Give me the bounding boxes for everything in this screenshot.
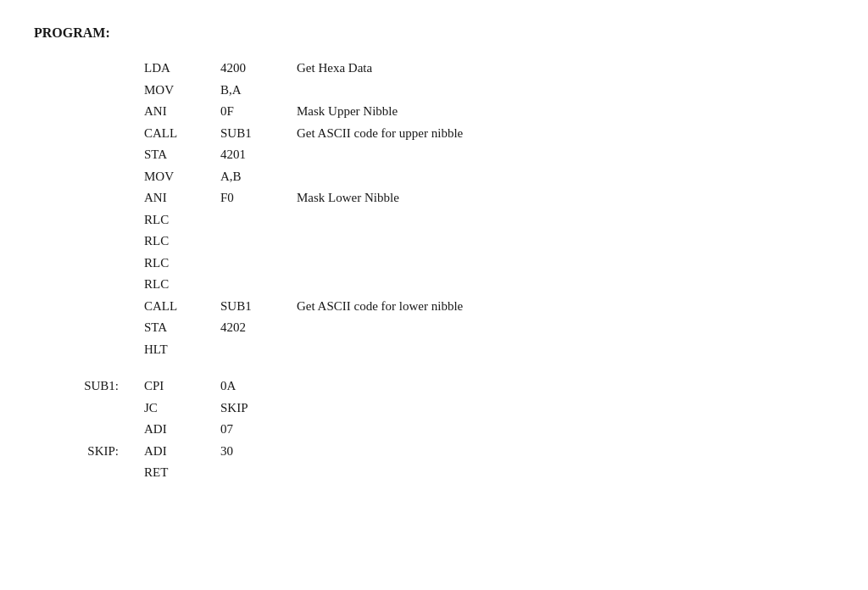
label-col: SKIP: xyxy=(34,441,136,463)
code-row: SKIP:ADI30 xyxy=(34,441,834,463)
spacer-row xyxy=(34,360,834,376)
operand-col: F0 xyxy=(220,187,297,209)
code-row: CALLSUB1Get ASCII code for upper nibble xyxy=(34,123,834,145)
mnemonic-col: STA xyxy=(136,317,220,339)
mnemonic-col: CALL xyxy=(136,123,220,145)
mnemonic-col: RLC xyxy=(136,231,220,253)
operand-col: 0A xyxy=(220,376,297,398)
code-row: ANIF0Mask Lower Nibble xyxy=(34,187,834,209)
operand-col: 0F xyxy=(220,101,297,123)
operand-col: 4202 xyxy=(220,317,297,339)
code-row: RLC xyxy=(34,274,834,296)
mnemonic-col: RLC xyxy=(136,209,220,231)
mnemonic-col: ANI xyxy=(136,187,220,209)
operand-col: 30 xyxy=(220,441,297,463)
comment-col: Get Hexa Data xyxy=(297,58,372,80)
code-row: MOVB,A xyxy=(34,80,834,102)
mnemonic-col: MOV xyxy=(136,166,220,188)
code-row: RLC xyxy=(34,253,834,275)
comment-col: Mask Upper Nibble xyxy=(297,101,398,123)
comment-col: Get ASCII code for upper nibble xyxy=(297,123,463,145)
code-row: HLT xyxy=(34,339,834,361)
mnemonic-col: STA xyxy=(136,144,220,166)
comment-col: Mask Lower Nibble xyxy=(297,187,399,209)
mnemonic-col: RET xyxy=(136,462,220,484)
mnemonic-col: RLC xyxy=(136,274,220,296)
page-container: PROGRAM: LDA4200Get Hexa DataMOVB,AANI0F… xyxy=(34,25,834,484)
code-row: LDA4200Get Hexa Data xyxy=(34,58,834,80)
operand-col: SKIP xyxy=(220,398,297,420)
program-heading: PROGRAM: xyxy=(34,25,834,41)
code-row: STA4201 xyxy=(34,144,834,166)
operand-col: 07 xyxy=(220,419,297,441)
code-row: CALLSUB1Get ASCII code for lower nibble xyxy=(34,296,834,318)
operand-col: 4201 xyxy=(220,144,297,166)
operand-col: A,B xyxy=(220,166,297,188)
mnemonic-col: CPI xyxy=(136,376,220,398)
mnemonic-col: ADI xyxy=(136,419,220,441)
operand-col: B,A xyxy=(220,80,297,102)
operand-col: 4200 xyxy=(220,58,297,80)
code-row: JCSKIP xyxy=(34,398,834,420)
comment-col: Get ASCII code for lower nibble xyxy=(297,296,463,318)
code-row: MOVA,B xyxy=(34,166,834,188)
mnemonic-col: CALL xyxy=(136,296,220,318)
mnemonic-col: ADI xyxy=(136,441,220,463)
code-section: LDA4200Get Hexa DataMOVB,AANI0FMask Uppe… xyxy=(34,58,834,484)
label-col: SUB1: xyxy=(34,376,136,398)
code-row: RLC xyxy=(34,209,834,231)
mnemonic-col: HLT xyxy=(136,339,220,361)
operand-col: SUB1 xyxy=(220,296,297,318)
code-row: SUB1:CPI0A xyxy=(34,376,834,398)
mnemonic-col: MOV xyxy=(136,80,220,102)
code-row: ANI0FMask Upper Nibble xyxy=(34,101,834,123)
mnemonic-col: ANI xyxy=(136,101,220,123)
code-row: STA4202 xyxy=(34,317,834,339)
code-row: ADI07 xyxy=(34,419,834,441)
mnemonic-col: RLC xyxy=(136,253,220,275)
code-row: RLC xyxy=(34,231,834,253)
operand-col: SUB1 xyxy=(220,123,297,145)
mnemonic-col: LDA xyxy=(136,58,220,80)
code-row: RET xyxy=(34,462,834,484)
mnemonic-col: JC xyxy=(136,398,220,420)
